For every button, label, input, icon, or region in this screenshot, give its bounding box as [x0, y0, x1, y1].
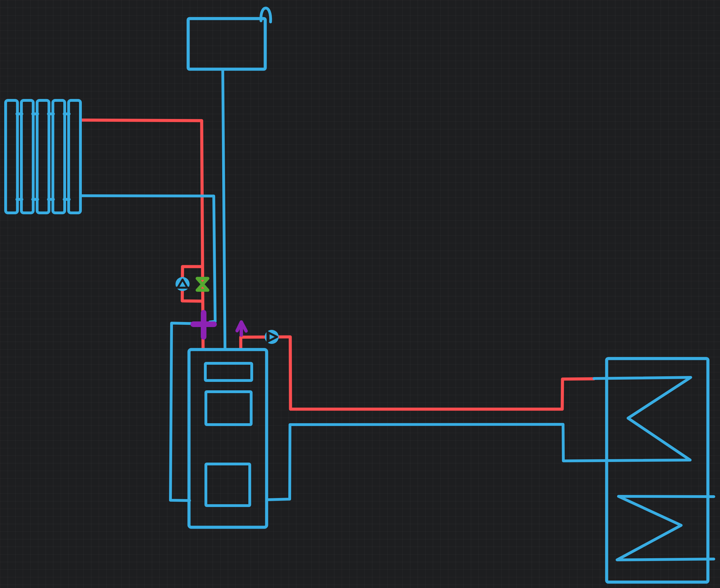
diagram-svg [0, 0, 720, 588]
boiler-window-middle[interactable] [206, 392, 251, 425]
boiler-body[interactable] [189, 350, 267, 527]
radiator-section-4[interactable] [53, 100, 65, 213]
radiator-section-3[interactable] [37, 100, 49, 213]
flow-direction-arrow[interactable] [237, 322, 246, 335]
radiator-supply-pipe[interactable] [82, 120, 203, 349]
expansion-tank-pipe[interactable] [223, 70, 225, 349]
radiator-return-pipe[interactable] [82, 196, 215, 322]
heat-exchanger-tank[interactable] [606, 359, 708, 582]
radiator-section-5[interactable] [69, 100, 80, 213]
drawing-canvas[interactable] [0, 0, 720, 588]
exchanger-coil-lower[interactable] [617, 496, 714, 560]
expansion-tank[interactable] [188, 19, 265, 69]
radiator-section-1[interactable] [6, 100, 17, 213]
radiator-section-2[interactable] [21, 100, 33, 213]
boiler-hot-supply-pipe[interactable] [241, 337, 594, 409]
exchanger-coil-upper-and-return-pipe[interactable] [268, 377, 691, 500]
boiler-window-bottom[interactable] [206, 464, 250, 506]
boiler-window-top[interactable] [205, 363, 252, 380]
